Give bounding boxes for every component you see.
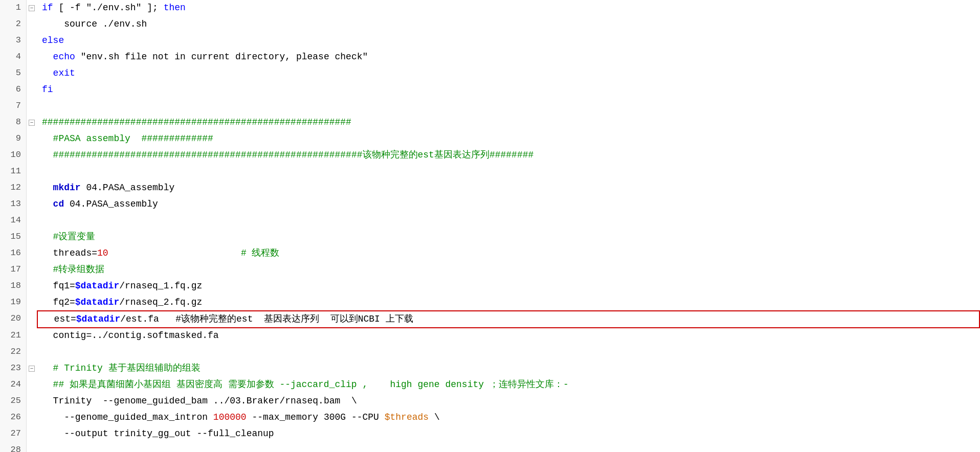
line-number-19: 19 [0, 295, 27, 311]
token: ## 如果是真菌细菌小基因组 基因密度高 需要加参数 --jaccard_cli… [42, 379, 569, 390]
code-line-7: 7 [0, 98, 980, 115]
fold-icon-23[interactable]: − [29, 366, 35, 372]
fold-gutter-14 [27, 213, 37, 229]
code-line-15: 15 #设置变量 [0, 229, 980, 245]
line-content-8: ########################################… [37, 115, 980, 131]
token: \ [429, 412, 440, 422]
token: exit [53, 68, 75, 78]
code-line-12: 12 mkdir 04.PASA_assembly [0, 180, 980, 196]
code-line-8: 8−######################################… [0, 115, 980, 131]
line-number-27: 27 [0, 426, 27, 442]
fold-icon-8[interactable]: − [29, 120, 35, 126]
line-number-11: 11 [0, 164, 27, 180]
line-content-19: fq2=$datadir/rnaseq_2.fq.gz [37, 295, 980, 311]
fold-gutter-19 [27, 295, 37, 311]
fold-gutter-28 [27, 442, 37, 452]
fold-gutter-22 [27, 344, 37, 360]
line-content-24: ## 如果是真菌细菌小基因组 基因密度高 需要加参数 --jaccard_cli… [37, 377, 980, 393]
line-number-3: 3 [0, 33, 27, 49]
token [42, 199, 53, 209]
code-line-27: 27 --output trinity_gg_out --full_cleanu… [0, 426, 980, 442]
token: fi [42, 84, 53, 95]
fold-gutter-21 [27, 328, 37, 344]
line-content-14 [37, 213, 980, 229]
code-line-21: 21 contig=../contig.softmasked.fa [0, 328, 980, 344]
code-line-5: 5 exit [0, 65, 980, 82]
fold-gutter-2 [27, 16, 37, 33]
fold-gutter-3 [27, 33, 37, 49]
token: echo [53, 52, 75, 62]
token: $datadir [76, 314, 120, 324]
token: then [164, 3, 186, 13]
line-content-7 [37, 98, 980, 115]
token: $datadir [75, 281, 119, 291]
token: $datadir [75, 297, 119, 307]
token: [ -f "./env.sh" ]; [53, 3, 164, 13]
token: fq1= [42, 281, 75, 291]
fold-gutter-4 [27, 49, 37, 65]
code-line-4: 4 echo "env.sh file not in current direc… [0, 49, 980, 65]
line-content-6: fi [37, 82, 980, 98]
token: else [42, 35, 64, 46]
line-number-18: 18 [0, 278, 27, 295]
token: ########################################… [42, 150, 533, 160]
line-content-28 [37, 442, 980, 452]
line-content-4: echo "env.sh file not in current directo… [37, 49, 980, 65]
code-line-24: 24 ## 如果是真菌细菌小基因组 基因密度高 需要加参数 --jaccard_… [0, 377, 980, 393]
line-content-12: mkdir 04.PASA_assembly [37, 180, 980, 196]
line-content-26: --genome_guided_max_intron 100000 --max_… [37, 410, 980, 426]
token: est= [43, 314, 76, 324]
token [42, 68, 53, 78]
code-line-6: 6fi [0, 82, 980, 98]
line-number-22: 22 [0, 344, 27, 360]
line-number-9: 9 [0, 131, 27, 147]
code-line-3: 3else [0, 33, 980, 49]
token: mkdir [53, 183, 81, 193]
fold-gutter-8[interactable]: − [27, 115, 37, 131]
token: 上下载 [380, 314, 413, 324]
line-content-11 [37, 164, 980, 180]
line-number-2: 2 [0, 16, 27, 33]
token: --max_memory 300G --CPU [247, 412, 385, 422]
token: Trinity --genome_guided_bam ../03.Braker… [42, 396, 357, 406]
fold-icon-1[interactable]: − [29, 5, 35, 11]
token: --output trinity_gg_out --full_cleanup [42, 428, 274, 439]
line-content-10: ########################################… [37, 147, 980, 164]
fold-gutter-6 [27, 82, 37, 98]
line-number-15: 15 [0, 229, 27, 245]
line-content-15: #设置变量 [37, 229, 980, 245]
fold-gutter-25 [27, 393, 37, 410]
token: if [42, 3, 53, 13]
line-content-5: exit [37, 65, 980, 82]
token: # Trinity 基于基因组辅助的组装 [53, 363, 201, 373]
code-line-16: 16 threads=10 # 线程数 [0, 245, 980, 262]
fold-gutter-1[interactable]: − [27, 0, 37, 16]
code-line-1: 1−if [ -f "./env.sh" ]; then [0, 0, 980, 16]
line-content-23: # Trinity 基于基因组辅助的组装 [37, 360, 980, 377]
line-number-4: 4 [0, 49, 27, 65]
line-content-2: source ./env.sh [37, 16, 980, 33]
fold-gutter-12 [27, 180, 37, 196]
code-line-17: 17 #转录组数据 [0, 262, 980, 278]
line-content-16: threads=10 # 线程数 [37, 245, 980, 262]
token: 10 [97, 248, 108, 258]
line-number-13: 13 [0, 196, 27, 213]
line-number-12: 12 [0, 180, 27, 196]
token: contig=../contig.softmasked.fa [42, 330, 219, 341]
line-number-20: 20 [0, 311, 27, 328]
code-line-19: 19 fq2=$datadir/rnaseq_2.fq.gz [0, 295, 980, 311]
line-number-21: 21 [0, 328, 27, 344]
line-content-13: cd 04.PASA_assembly [37, 196, 980, 213]
fold-gutter-23[interactable]: − [27, 360, 37, 377]
token: #转录组数据 [42, 264, 104, 275]
token: source ./env.sh [42, 19, 147, 29]
line-content-9: #PASA assembly ############# [37, 131, 980, 147]
fold-gutter-5 [27, 65, 37, 82]
code-line-28: 28 [0, 442, 980, 452]
fold-gutter-16 [27, 245, 37, 262]
line-number-28: 28 [0, 442, 27, 452]
line-content-22 [37, 344, 980, 360]
fold-gutter-18 [27, 278, 37, 295]
token: ########################################… [42, 117, 351, 127]
line-number-14: 14 [0, 213, 27, 229]
